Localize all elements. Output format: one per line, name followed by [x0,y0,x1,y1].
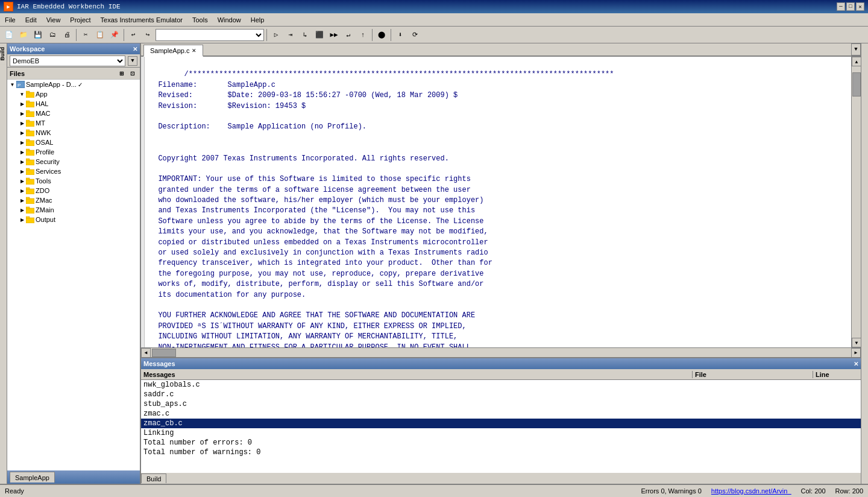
tree-item[interactable]: ▶ZMac [7,195,140,205]
build-list-row[interactable]: nwk_globals.c [141,380,861,390]
build-side-tab[interactable]: Build [0,43,7,65]
menu-view[interactable]: View [42,13,66,26]
debug-btn4[interactable]: ⬛ [313,28,326,42]
build-footer-tab[interactable]: Build [141,473,166,483]
menu-bar: File Edit View Project Texas Instruments… [0,13,868,27]
reset-btn[interactable]: ⟳ [408,28,421,42]
tree-label: Output [36,216,55,223]
files-icons: ⊞ ⊡ [117,69,137,78]
debug-btn2[interactable]: ⇥ [284,28,297,42]
cut-button[interactable]: ✂ [79,28,92,42]
build-list-row[interactable]: Total number of errors: 0 [141,438,861,448]
svg-rect-25 [26,197,30,199]
build-list-row[interactable]: Total number of warnings: 0 [141,448,861,457]
tree-item[interactable]: ▼App [7,89,140,99]
menu-window[interactable]: Window [213,13,246,26]
title-bar-buttons: ─ □ ✕ [837,2,864,11]
debug-btn6[interactable]: ↵ [342,28,355,42]
hscroll-right-btn[interactable]: ▶ [851,348,861,358]
tree-item[interactable]: ▶Output [7,215,140,224]
hscroll-left-btn[interactable]: ◀ [141,348,151,358]
tree-label: Services [36,168,61,175]
build-close-button[interactable]: ✕ [854,361,858,367]
build-list-row[interactable]: Linking [141,428,861,438]
editor-scroll-container: /***************************************… [141,57,861,347]
new-button[interactable]: 📄 [2,28,16,42]
status-right: Errors 0, Warnings 0 https://blog.csdn.n… [641,487,863,495]
hscroll-track[interactable] [151,348,851,357]
minimize-button[interactable]: ─ [837,2,845,11]
debug-btn1[interactable]: ▷ [269,28,283,42]
file-tree: ▼PSampleApp - D...✓▼App▶HAL▶MAC▶MT▶NWK▶O… [7,80,140,470]
paste-button[interactable]: 📌 [108,28,121,42]
tree-label: MAC [36,110,50,117]
build-footer: Build [141,473,861,484]
menu-tools[interactable]: Tools [187,13,213,26]
config-dropdown[interactable] [156,29,264,41]
scroll-track[interactable] [852,66,861,338]
close-button[interactable]: ✕ [856,2,864,11]
tree-item[interactable]: ▶Services [7,166,140,176]
editor-text-area[interactable]: /***************************************… [145,57,851,347]
workspace-close-button[interactable]: ✕ [133,46,137,52]
debug-btn8[interactable]: ⬤ [375,28,388,42]
menu-edit[interactable]: Edit [20,13,42,26]
app-icon: ▶ [4,2,13,11]
debug-btn3[interactable]: ↳ [298,28,312,42]
editor-tab-close-button[interactable]: ✕ [192,48,197,54]
editor-tab-scroll[interactable]: ▼ [851,43,861,55]
editor-vertical-scrollbar[interactable]: ▲ ▼ [851,57,861,347]
download-btn[interactable]: ⬇ [394,28,407,42]
redo-button[interactable]: ↪ [141,28,154,42]
tree-item[interactable]: ▶ZMain [7,205,140,215]
build-list-row[interactable]: zmac.c [141,409,861,419]
save-all-button[interactable]: 🗂 [46,28,59,42]
scroll-up-button[interactable]: ▲ [852,57,861,66]
scroll-down-button[interactable]: ▼ [852,338,861,347]
files-icon-btn1[interactable]: ⊞ [117,69,127,78]
save-button[interactable]: 💾 [31,28,45,42]
menu-project[interactable]: Project [65,13,95,26]
menu-ti-emulator[interactable]: Texas Instruments Emulator [96,13,187,26]
print-button[interactable]: 🖨 [60,28,74,42]
build-list-row[interactable]: stub_aps.c [141,399,861,409]
sep1 [76,29,77,41]
editor-tab-sampleapp[interactable]: SampleApp.c ✕ [143,45,203,57]
tree-label: Profile [36,148,54,156]
tree-item[interactable]: ▶Profile [7,147,140,157]
tree-item[interactable]: ▶ZDO [7,186,140,195]
tree-item[interactable]: ▶MAC [7,109,140,118]
tree-item[interactable]: ▶Tools [7,176,140,186]
tree-item[interactable]: ▶NWK [7,128,140,138]
svg-rect-11 [26,130,30,131]
build-list-row[interactable]: saddr.c [141,390,861,399]
svg-rect-5 [26,101,30,103]
status-link[interactable]: https://blog.csdn.net/Arvin_ [711,487,791,495]
scroll-thumb[interactable] [852,72,861,97]
menu-help[interactable]: Help [246,13,269,26]
tree-item[interactable]: ▼PSampleApp - D...✓ [7,80,140,89]
svg-rect-17 [26,159,30,160]
tree-item[interactable]: ▶HAL [7,99,140,109]
maximize-button[interactable]: □ [846,2,855,11]
copy-button[interactable]: 📋 [93,28,107,42]
workspace-tab[interactable]: SampleApp [10,472,55,483]
tree-item[interactable]: ▶Security [7,157,140,166]
svg-rect-18 [26,169,34,175]
title-bar-text: IAR Embedded Workbench IDE [17,3,121,10]
open-button[interactable]: 📁 [17,28,30,42]
undo-button[interactable]: ↩ [127,28,140,42]
build-list-row[interactable]: zmac_cb.c [141,419,861,428]
menu-file[interactable]: File [0,13,20,26]
sep4 [372,29,373,41]
debug-btn7[interactable]: ↑ [356,28,370,42]
tree-item[interactable]: ▶OSAL [7,138,140,147]
files-icon-btn2[interactable]: ⊡ [128,69,137,78]
workspace-select[interactable]: DemoEB [10,55,125,66]
hscroll-thumb[interactable] [152,349,176,357]
workspace-dropdown-btn[interactable]: ▼ [128,56,137,66]
debug-btn5[interactable]: ▶▶ [327,28,341,42]
tree-item[interactable]: ▶MT [7,118,140,128]
left-tabs: Build [0,43,7,484]
files-header: Files ⊞ ⊡ [7,68,140,80]
